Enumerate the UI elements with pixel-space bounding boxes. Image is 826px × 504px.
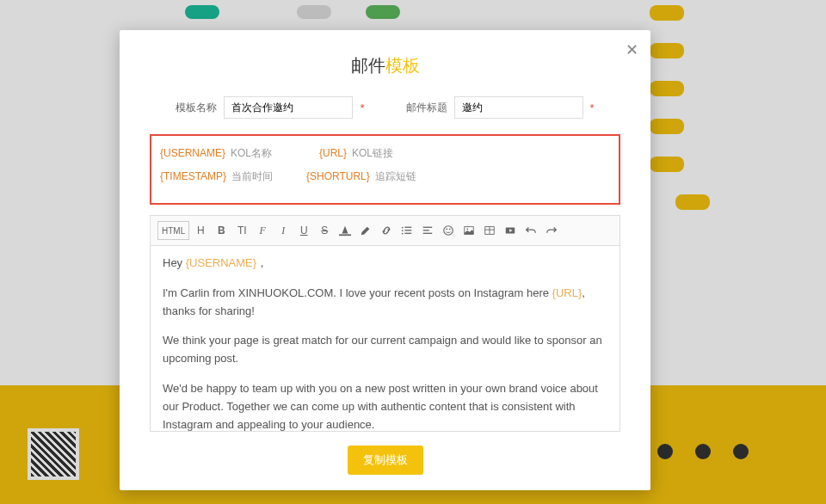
svg-point-5: [402, 230, 404, 231]
variables-box: {USERNAME}KOL名称 {URL}KOL链接 {TIMESTAMP}当前…: [150, 134, 620, 205]
svg-point-14: [467, 228, 469, 230]
template-name-group: 模板名称 *: [176, 96, 364, 119]
undo-button[interactable]: [521, 221, 540, 240]
underline-button[interactable]: U: [294, 221, 313, 240]
close-button[interactable]: ✕: [626, 40, 638, 59]
svg-point-6: [402, 233, 404, 235]
svg-rect-8: [423, 230, 429, 230]
variable-username[interactable]: {USERNAME}KOL名称: [160, 146, 319, 161]
strikethrough-button[interactable]: S: [315, 221, 334, 240]
list-button[interactable]: [398, 221, 416, 240]
redo-button[interactable]: [542, 221, 561, 240]
emoji-button[interactable]: [439, 221, 458, 240]
heading-button[interactable]: H: [191, 221, 210, 240]
link-button[interactable]: [377, 221, 396, 240]
svg-rect-7: [423, 227, 433, 228]
required-mark: *: [590, 101, 595, 114]
svg-rect-1: [405, 227, 412, 228]
subject-input[interactable]: [454, 96, 583, 119]
copy-template-button[interactable]: 复制模板: [348, 446, 423, 475]
editor-textarea[interactable]: Hey {USERNAME}， I'm Carlin from XINHUOKO…: [151, 246, 620, 431]
image-button[interactable]: [459, 221, 478, 240]
highlight-button[interactable]: [356, 221, 375, 240]
title-part2: 模板: [385, 56, 420, 75]
svg-rect-0: [339, 234, 351, 236]
variable-shorturl[interactable]: {SHORTURL}追踪短链: [306, 169, 416, 193]
svg-point-10: [444, 226, 453, 236]
variable-timestamp[interactable]: {TIMESTAMP}当前时间: [160, 169, 306, 184]
modal-title: 邮件模板: [120, 30, 650, 96]
svg-point-4: [402, 227, 404, 229]
fontsize-button[interactable]: TI: [232, 221, 251, 240]
email-template-modal: ✕ 邮件模板 模板名称 * 邮件标题 * {USERNAME}KOL名称 {UR…: [120, 30, 650, 490]
color-button[interactable]: [336, 221, 354, 240]
template-name-input[interactable]: [224, 96, 353, 119]
svg-rect-3: [405, 233, 412, 234]
table-button[interactable]: [480, 221, 499, 240]
subject-group: 邮件标题 *: [406, 96, 595, 119]
align-button[interactable]: [418, 221, 437, 240]
svg-rect-9: [423, 233, 433, 234]
italic-button[interactable]: I: [274, 221, 293, 240]
svg-rect-2: [405, 230, 412, 230]
video-button[interactable]: [501, 221, 520, 240]
fontfamily-button[interactable]: F: [253, 221, 272, 240]
title-part1: 邮件: [351, 56, 385, 75]
bold-button[interactable]: B: [212, 221, 231, 240]
variable-url[interactable]: {URL}KOL链接: [319, 146, 483, 161]
template-name-label: 模板名称: [176, 101, 217, 115]
form-row: 模板名称 * 邮件标题 *: [120, 96, 650, 134]
rich-text-editor: HTML H B TI F I U S Hey {USERNAME}， I'm …: [150, 215, 620, 432]
subject-label: 邮件标题: [406, 101, 447, 115]
editor-toolbar: HTML H B TI F I U S: [151, 216, 620, 246]
svg-point-11: [447, 228, 448, 230]
required-mark: *: [360, 101, 364, 114]
svg-point-12: [449, 228, 451, 230]
html-button[interactable]: HTML: [157, 221, 189, 240]
